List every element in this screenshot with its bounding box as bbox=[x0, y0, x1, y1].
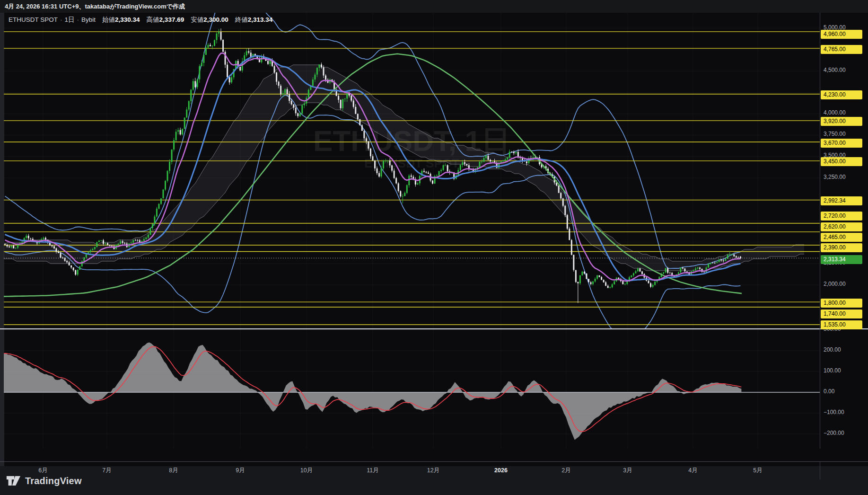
time-axis-label: 2026 bbox=[494, 462, 508, 479]
price-level-badge[interactable]: 4,960.00 bbox=[821, 30, 862, 39]
indicator-tick: −200.00 bbox=[824, 430, 844, 436]
price-level-badge[interactable]: 2,620.00 bbox=[821, 222, 862, 231]
snapshot-attribution-bar: 4月 24, 2026 16:31 UTC+9、takatabaがTrading… bbox=[0, 0, 868, 13]
legend-separator: · bbox=[58, 16, 65, 23]
indicator-tick: 200.00 bbox=[824, 346, 841, 353]
time-axis-label: 7月 bbox=[102, 462, 111, 479]
axis-separator bbox=[820, 462, 820, 479]
symbol-name[interactable]: ETHUSDT SPOT bbox=[9, 16, 58, 23]
time-axis-label: 6月 bbox=[38, 462, 47, 479]
indicator-tick: 0.00 bbox=[824, 388, 834, 395]
oscillator-pane-plot bbox=[4, 342, 820, 440]
chart-area[interactable]: ETHUSDT, 1日 ETHUSDT SPOT ETHUSDT SPOT·1日… bbox=[0, 13, 868, 449]
snapshot-attribution-text: 4月 24, 2026 16:31 UTC+9、takatabaがTrading… bbox=[5, 3, 185, 10]
ohlc-open: 始値2,330.34 bbox=[102, 16, 140, 23]
price-level-badge[interactable]: 3,920.00 bbox=[821, 117, 862, 126]
price-tick: 3,750.00 bbox=[824, 131, 846, 137]
price-level-badge[interactable]: 2,465.00 bbox=[821, 233, 862, 242]
ohlc-high: 高値2,337.69 bbox=[147, 16, 184, 23]
current-price-badge[interactable]: 2,313.34 bbox=[821, 255, 862, 264]
price-tick: 4,500.00 bbox=[824, 67, 846, 73]
price-level-badge[interactable]: 2,390.00 bbox=[821, 243, 862, 252]
time-axis-label: 4月 bbox=[688, 462, 697, 479]
ichimoku-cloud bbox=[4, 65, 804, 271]
ohlc-low: 安値2,300.00 bbox=[191, 16, 228, 23]
time-axis-label: 8月 bbox=[169, 462, 178, 479]
time-axis-label: 9月 bbox=[236, 462, 245, 479]
symbol-exchange: Bybit bbox=[81, 16, 96, 23]
time-axis-label: 5月 bbox=[753, 462, 762, 479]
price-tick: 3,250.00 bbox=[824, 174, 846, 180]
price-level-badge[interactable]: 2,992.34 bbox=[821, 196, 862, 205]
time-axis-label: 12月 bbox=[427, 462, 439, 479]
time-axis-label: 2月 bbox=[561, 462, 570, 479]
price-tick: 4,000.00 bbox=[824, 109, 846, 116]
chart-canvas[interactable] bbox=[0, 13, 868, 449]
price-axis[interactable]: 5,000.004,500.004,000.003,750.003,500.00… bbox=[820, 13, 868, 449]
price-tick: 2,000.00 bbox=[824, 281, 846, 287]
price-level-badge[interactable]: 1,800.00 bbox=[821, 299, 862, 308]
ohlc-close: 終値2,313.34 bbox=[235, 16, 273, 23]
price-level-badge[interactable]: 1,535.00 bbox=[821, 320, 862, 329]
legend-separator: · bbox=[75, 16, 82, 23]
time-axis-label: 3月 bbox=[623, 462, 632, 479]
indicator-tick: 100.00 bbox=[824, 367, 841, 374]
tradingview-chart-window: 4月 24, 2026 16:31 UTC+9、takatabaがTrading… bbox=[0, 0, 868, 495]
symbol-legend[interactable]: ETHUSDT SPOT·1日·Bybit始値2,330.34高値2,337.6… bbox=[9, 16, 272, 24]
price-level-badge[interactable]: 1,740.00 bbox=[821, 309, 862, 318]
price-level-badge[interactable]: 2,720.00 bbox=[821, 212, 862, 221]
price-level-badge[interactable]: 4,765.00 bbox=[821, 45, 862, 54]
price-level-badge[interactable]: 3,670.00 bbox=[821, 139, 862, 148]
time-axis-label: 10月 bbox=[300, 462, 313, 479]
indicator-tick: −100.00 bbox=[824, 409, 844, 415]
price-level-badge[interactable]: 3,450.00 bbox=[821, 157, 862, 166]
price-level-badge[interactable]: 4,230.00 bbox=[821, 90, 862, 99]
symbol-interval[interactable]: 1日 bbox=[65, 16, 75, 23]
time-axis-label: 11月 bbox=[367, 462, 378, 479]
time-axis[interactable]: 6月7月8月9月10月11月12月20262月3月4月5月 bbox=[0, 461, 868, 479]
